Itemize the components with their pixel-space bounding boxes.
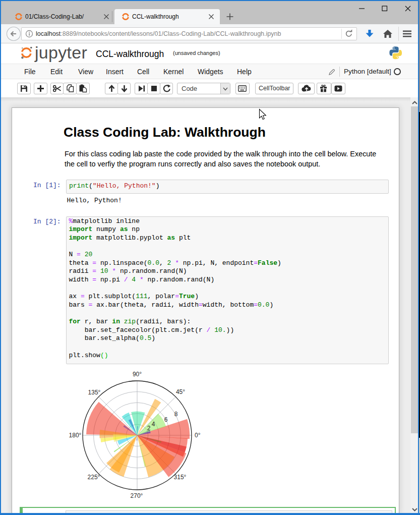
- svg-text:8: 8: [174, 411, 178, 418]
- svg-text:180°: 180°: [69, 432, 82, 439]
- svg-text:315°: 315°: [174, 474, 187, 481]
- svg-text:45°: 45°: [176, 388, 185, 395]
- svg-text:0°: 0°: [195, 432, 201, 439]
- svg-text:135°: 135°: [88, 389, 101, 396]
- svg-text:90°: 90°: [133, 371, 142, 378]
- svg-text:4: 4: [152, 421, 155, 428]
- svg-text:6: 6: [164, 416, 168, 423]
- svg-text:270°: 270°: [131, 492, 143, 499]
- svg-text:2: 2: [147, 425, 151, 432]
- svg-text:225°: 225°: [88, 474, 100, 481]
